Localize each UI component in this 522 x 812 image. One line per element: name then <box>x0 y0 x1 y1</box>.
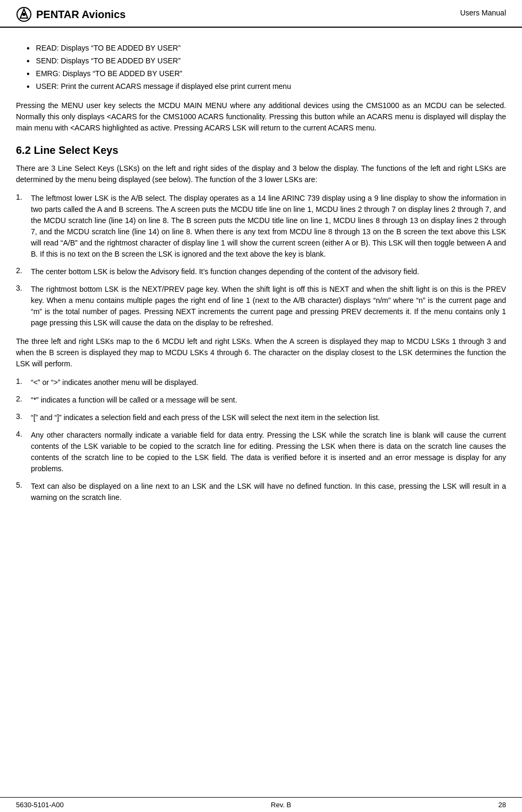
list-item: 2. The center bottom LSK is below the Ad… <box>16 266 506 277</box>
list-item: 3. The rightmost bottom LSK is the NEXT/… <box>16 284 506 329</box>
three-lsk-paragraph: The three left and right LSKs map to the… <box>16 336 506 370</box>
section-title: Line Select Keys <box>34 144 118 156</box>
item-text: The center bottom LSK is below the Advis… <box>31 266 419 277</box>
bullet-text: USER: Print the current ACARS message if… <box>36 82 291 91</box>
bullet-list: READ: Displays “TO BE ADDED BY USER” SEN… <box>16 44 506 92</box>
item-text: The leftmost lower LSK is the A/B select… <box>31 193 506 260</box>
main-content: READ: Displays “TO BE ADDED BY USER” SEN… <box>0 28 522 521</box>
numbered-list-main: 1. The leftmost lower LSK is the A/B sel… <box>16 193 506 329</box>
footer-page: 28 <box>499 801 506 809</box>
bullet-text: READ: Displays “TO BE ADDED BY USER” <box>36 44 181 52</box>
menu-paragraph: Pressing the MENU user key selects the M… <box>16 100 506 134</box>
list-item: USER: Print the current ACARS message if… <box>16 82 506 92</box>
item-text: “[” and “]” indicates a selection field … <box>31 412 380 423</box>
intro-paragraph: There are 3 Line Select Keys (LSKs) on t… <box>16 163 506 185</box>
footer: 5630-5101-A00 Rev. B 28 <box>0 797 522 812</box>
numbered-list-chars: 1. “<” or “>” indicates another menu wil… <box>16 377 506 503</box>
item-num: 2. <box>16 266 31 275</box>
list-item: 2. “*” indicates a function will be call… <box>16 395 506 406</box>
footer-part-number: 5630-5101-A00 <box>16 801 64 809</box>
item-text: The rightmost bottom LSK is the NEXT/PRE… <box>31 284 506 329</box>
item-num: 1. <box>16 377 31 386</box>
svg-point-2 <box>22 13 26 16</box>
list-item: 3. “[” and “]” indicates a selection fie… <box>16 412 506 423</box>
list-item: EMRG: Displays “TO BE ADDED BY USER” <box>16 69 506 79</box>
list-item: 1. “<” or “>” indicates another menu wil… <box>16 377 506 388</box>
company-name: PENTAR Avionics <box>36 9 126 21</box>
page: PENTAR Avionics Users Manual READ: Displ… <box>0 0 522 812</box>
item-num: 3. <box>16 284 31 292</box>
item-text: Any other characters normally indicate a… <box>31 430 506 474</box>
item-text: Text can also be displayed on a line nex… <box>31 481 506 503</box>
item-num: 4. <box>16 430 31 438</box>
section-number: 6.2 <box>16 144 31 156</box>
item-num: 1. <box>16 193 31 201</box>
section-heading: 6.2 Line Select Keys <box>16 144 506 157</box>
list-item: SEND: Displays “TO BE ADDED BY USER” <box>16 56 506 66</box>
item-num: 5. <box>16 481 31 489</box>
bullet-text: SEND: Displays “TO BE ADDED BY USER” <box>36 56 181 65</box>
manual-type: Users Manual <box>460 6 506 17</box>
item-text: “*” indicates a function will be called … <box>31 395 237 406</box>
header: PENTAR Avionics Users Manual <box>0 0 522 28</box>
logo-icon <box>16 6 32 22</box>
footer-revision: Rev. B <box>271 801 291 809</box>
list-item: 4. Any other characters normally indicat… <box>16 430 506 474</box>
list-item: 5. Text can also be displayed on a line … <box>16 481 506 503</box>
list-item: 1. The leftmost lower LSK is the A/B sel… <box>16 193 506 260</box>
item-num: 2. <box>16 395 31 403</box>
list-item: READ: Displays “TO BE ADDED BY USER” <box>16 44 506 53</box>
bullet-text: EMRG: Displays “TO BE ADDED BY USER” <box>36 69 183 78</box>
item-text: “<” or “>” indicates another menu will b… <box>31 377 198 388</box>
item-num: 3. <box>16 412 31 421</box>
logo-area: PENTAR Avionics <box>16 6 126 22</box>
